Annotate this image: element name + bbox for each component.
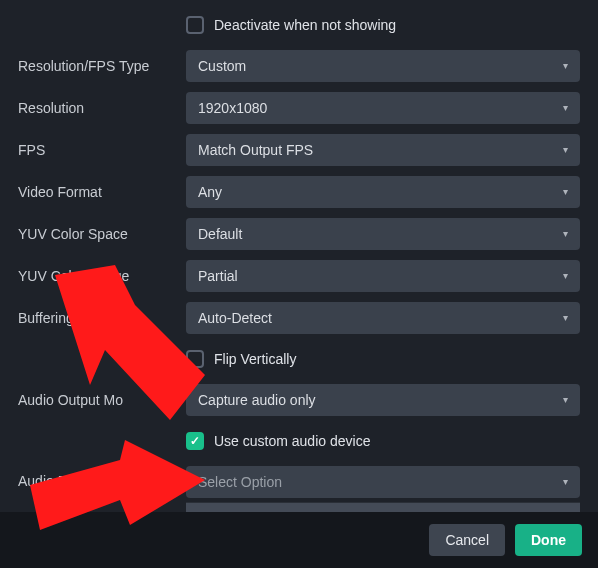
video-format-select[interactable]: Any ▾	[186, 176, 580, 208]
yuv-range-select[interactable]: Partial ▾	[186, 260, 580, 292]
yuv-space-value: Default	[198, 218, 242, 250]
chevron-down-icon: ▾	[563, 176, 568, 208]
deactivate-label: Deactivate when not showing	[214, 17, 396, 33]
buffering-value: Auto-Detect	[198, 302, 272, 334]
video-format-value: Any	[198, 176, 222, 208]
resolution-select[interactable]: 1920x1080 ▾	[186, 92, 580, 124]
chevron-down-icon: ▾	[563, 302, 568, 334]
chevron-down-icon: ▾	[563, 134, 568, 166]
flip-vertically-label: Flip Vertically	[214, 351, 296, 367]
fps-label: FPS	[18, 142, 186, 158]
buffering-label: Buffering	[18, 310, 186, 326]
chevron-down-icon: ▾	[563, 384, 568, 416]
resolution-label: Resolution	[18, 100, 186, 116]
audio-output-mode-select[interactable]: Capture audio only ▾	[186, 384, 580, 416]
chevron-down-icon: ▾	[563, 466, 568, 498]
use-custom-audio-checkbox[interactable]	[186, 432, 204, 450]
done-button[interactable]: Done	[515, 524, 582, 556]
resolution-fps-type-select[interactable]: Custom ▾	[186, 50, 580, 82]
chevron-down-icon: ▾	[563, 218, 568, 250]
resolution-fps-type-value: Custom	[198, 50, 246, 82]
audio-output-mode-label: Audio Output Mo	[18, 392, 186, 408]
fps-select[interactable]: Match Output FPS ▾	[186, 134, 580, 166]
flip-vertically-checkbox[interactable]	[186, 350, 204, 368]
yuv-range-label: YUV Color Range	[18, 268, 186, 284]
dialog-footer: Cancel Done	[0, 512, 598, 568]
chevron-down-icon: ▾	[563, 260, 568, 292]
yuv-space-select[interactable]: Default ▾	[186, 218, 580, 250]
use-custom-audio-label: Use custom audio device	[214, 433, 370, 449]
audio-output-mode-value: Capture audio only	[198, 384, 316, 416]
audio-device-placeholder: Select Option	[198, 466, 282, 498]
audio-device-select[interactable]: Select Option ▾	[186, 466, 580, 498]
audio-device-label: Audio Device	[18, 466, 186, 489]
video-format-label: Video Format	[18, 184, 186, 200]
fps-value: Match Output FPS	[198, 134, 313, 166]
yuv-space-label: YUV Color Space	[18, 226, 186, 242]
resolution-fps-type-label: Resolution/FPS Type	[18, 58, 186, 74]
chevron-down-icon: ▾	[563, 92, 568, 124]
buffering-select[interactable]: Auto-Detect ▾	[186, 302, 580, 334]
chevron-down-icon: ▾	[563, 50, 568, 82]
yuv-range-value: Partial	[198, 260, 238, 292]
cancel-button[interactable]: Cancel	[429, 524, 505, 556]
resolution-value: 1920x1080	[198, 92, 267, 124]
deactivate-checkbox[interactable]	[186, 16, 204, 34]
